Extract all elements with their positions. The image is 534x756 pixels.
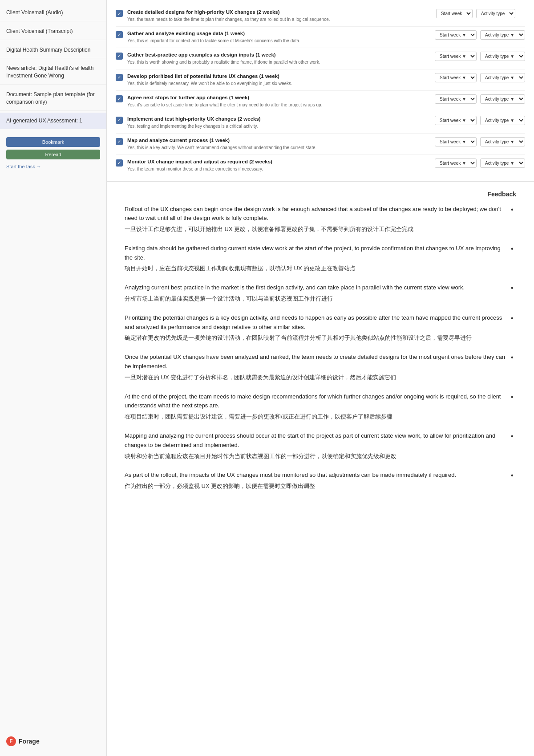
task-start-week-0[interactable]: Start week xyxy=(436,9,473,18)
task-checkbox-0[interactable] xyxy=(116,10,123,17)
feedback-block-2: Analyzing current best practice in the m… xyxy=(125,283,516,305)
feedback-zh-2: 分析市场上当前的最佳实践是第一个设计活动，可以与当前状态视图工作并行进行 xyxy=(125,294,506,304)
start-task-link[interactable]: Start the task → xyxy=(6,164,100,169)
task-controls-3: Start week ▼ Activity type ▼ xyxy=(435,73,525,82)
task-controls-1: Start week ▼ Activity type ▼ xyxy=(435,30,525,40)
task-activity-type-1[interactable]: Activity type ▼ xyxy=(480,30,525,40)
bullet-0: • xyxy=(511,206,516,214)
task-content-5: Implement and test high-priority UX chan… xyxy=(127,116,430,130)
sidebar-item-digital-health-summary[interactable]: Digital Health Summary Description xyxy=(0,42,106,59)
task-checkbox-1[interactable] xyxy=(116,31,123,38)
task-activity-type-3[interactable]: Activity type ▼ xyxy=(480,73,525,82)
feedback-text-3: Prioritizing the potential changes is a … xyxy=(125,313,506,345)
feedback-block-3: Prioritizing the potential changes is a … xyxy=(125,313,516,345)
sidebar: Client Voicemail (Audio) Client Voicemai… xyxy=(0,0,107,756)
task-desc-7: Yes, the team must monitor these and mak… xyxy=(127,166,430,172)
feedback-text-2: Analyzing current best practice in the m… xyxy=(125,283,506,305)
task-checkbox-4[interactable] xyxy=(116,95,123,102)
sidebar-item-client-voicemail-audio[interactable]: Client Voicemail (Audio) xyxy=(0,4,106,21)
task-title-6: Map and analyze current process (1 week) xyxy=(127,137,430,144)
feedback-zh-0: 一旦设计工作足够先进，可以开始推出 UX 更改，以便准备部署更改的子集，不需要等… xyxy=(125,225,506,234)
task-desc-6: Yes, this is a key activity. We can't re… xyxy=(127,145,430,151)
sidebar-item-client-voicemail-transcript[interactable]: Client Voicemail (Transcript) xyxy=(0,23,106,40)
feedback-text-0: Rollout of the UX changes can begin once… xyxy=(125,205,506,236)
feedback-en-3: Prioritizing the potential changes is a … xyxy=(125,313,506,332)
bullet-4: • xyxy=(511,354,516,362)
task-start-week-4[interactable]: Start week ▼ xyxy=(435,94,477,104)
feedback-text-5: At the end of the project, the team need… xyxy=(125,392,506,423)
task-desc-4: Yes, it's sensible to set aside time to … xyxy=(127,102,430,108)
table-row: Implement and test high-priority UX chan… xyxy=(116,112,525,134)
task-checkbox-6[interactable] xyxy=(116,138,123,145)
task-checkbox-2[interactable] xyxy=(116,53,123,60)
feedback-header: Feedback xyxy=(125,191,516,198)
task-activity-type-5[interactable]: Activity type ▼ xyxy=(480,116,525,125)
tasks-section: Create detailed designs for high-priorit… xyxy=(107,0,534,182)
feedback-block-7: As part of the rollout, the impacts of t… xyxy=(125,471,516,493)
table-row: Map and analyze current process (1 week)… xyxy=(116,134,525,155)
sidebar-tools: Bookmark Reread Start the task → xyxy=(0,133,106,174)
sidebar-item-document-sample[interactable]: Document: Sample plan template (for comp… xyxy=(0,86,106,111)
task-checkbox-7[interactable] xyxy=(116,159,123,167)
sidebar-item-ai-generated[interactable]: AI-generated UX Assessment: 1 xyxy=(0,113,106,130)
task-desc-2: Yes, this is worth showing and is probab… xyxy=(127,59,430,65)
task-controls-5: Start week ▼ Activity type ▼ xyxy=(435,116,525,125)
feedback-block-4: Once the potential UX changes have been … xyxy=(125,353,516,384)
feedback-zh-5: 在项目结束时，团队需要提出设计建议，需要进一步的更改和/或正在进行的工作，以便客… xyxy=(125,412,506,422)
feedback-text-4: Once the potential UX changes have been … xyxy=(125,353,506,384)
task-start-week-7[interactable]: Start week ▼ xyxy=(435,159,477,168)
task-content-0: Create detailed designs for high-priorit… xyxy=(127,9,432,23)
forage-label: Forage xyxy=(19,738,40,745)
task-title-3: Develop prioritized list of potential fu… xyxy=(127,73,430,80)
table-row: Gather best-practice app examples as des… xyxy=(116,48,525,69)
task-start-week-5[interactable]: Start week ▼ xyxy=(435,116,477,125)
forage-icon: F xyxy=(6,736,16,746)
task-activity-type-7[interactable]: Activity type ▼ xyxy=(480,159,525,168)
feedback-en-2: Analyzing current best practice in the m… xyxy=(125,283,506,293)
task-activity-type-2[interactable]: Activity type ▼ xyxy=(480,52,525,61)
feedback-en-6: Mapping and analyzing the current proces… xyxy=(125,431,506,450)
task-title-7: Monitor UX change impact and adjust as r… xyxy=(127,159,430,165)
feedback-block-5: At the end of the project, the team need… xyxy=(125,392,516,423)
task-activity-type-0[interactable]: Activity type xyxy=(476,9,515,18)
task-title-2: Gather best-practice app examples as des… xyxy=(127,52,430,58)
task-start-week-1[interactable]: Start week ▼ xyxy=(435,30,477,40)
feedback-zh-1: 项目开始时，应在当前状态视图工作期间收集现有数据，以确认对 UX 的更改正在改善… xyxy=(125,264,506,273)
task-desc-3: Yes, this is definitely necessary. We wo… xyxy=(127,81,430,87)
task-desc-1: Yes, this is important for context and t… xyxy=(127,38,430,44)
bullet-7: • xyxy=(511,471,516,480)
feedback-en-4: Once the potential UX changes have been … xyxy=(125,353,506,371)
task-content-6: Map and analyze current process (1 week)… xyxy=(127,137,430,151)
task-controls-7: Start week ▼ Activity type ▼ xyxy=(435,159,525,168)
task-controls-2: Start week ▼ Activity type ▼ xyxy=(435,52,525,61)
bullet-5: • xyxy=(511,393,516,401)
task-start-week-6[interactable]: Start week ▼ xyxy=(435,137,477,146)
task-start-week-2[interactable]: Start week ▼ xyxy=(435,52,477,61)
task-start-week-3[interactable]: Start week ▼ xyxy=(435,73,477,82)
task-content-1: Gather and analyze existing usage data (… xyxy=(127,30,430,44)
task-checkbox-3[interactable] xyxy=(116,74,123,81)
task-title-5: Implement and test high-priority UX chan… xyxy=(127,116,430,122)
task-desc-5: Yes, testing and implementing the key ch… xyxy=(127,123,430,130)
forage-logo: F Forage xyxy=(0,731,106,752)
task-content-2: Gather best-practice app examples as des… xyxy=(127,52,430,65)
task-activity-type-4[interactable]: Activity type ▼ xyxy=(480,94,525,104)
feedback-zh-3: 确定潜在更改的优先级是一项关键的设计活动，在团队映射了当前流程并分析了其相对于其… xyxy=(125,333,506,343)
task-content-7: Monitor UX change impact and adjust as r… xyxy=(127,159,430,172)
table-row: Agree next stops for further app changes… xyxy=(116,91,525,112)
feedback-zh-7: 作为推出的一部分，必须监视 UX 更改的影响，以便在需要时立即做出调整 xyxy=(125,482,506,491)
feedback-en-1: Existing data should be gathered during … xyxy=(125,244,506,263)
feedback-en-5: At the end of the project, the team need… xyxy=(125,392,506,411)
table-row: Develop prioritized list of potential fu… xyxy=(116,69,525,91)
task-activity-type-6[interactable]: Activity type ▼ xyxy=(480,137,525,146)
feedback-zh-6: 映射和分析当前流程应该在项目开始时作为当前状态视图工作的一部分进行，以便确定和实… xyxy=(125,452,506,461)
page-container: Client Voicemail (Audio) Client Voicemai… xyxy=(0,0,534,756)
feedback-section: Feedback Rollout of the UX changes can b… xyxy=(107,182,534,510)
task-checkbox-5[interactable] xyxy=(116,117,123,124)
feedback-block-0: Rollout of the UX changes can begin once… xyxy=(125,205,516,236)
sidebar-item-news-article[interactable]: News article: Digital Health's eHealth I… xyxy=(0,60,106,85)
task-title-4: Agree next stops for further app changes… xyxy=(127,94,430,101)
reread-button[interactable]: Reread xyxy=(6,150,100,159)
bookmark-button[interactable]: Bookmark xyxy=(6,137,100,147)
table-row: Gather and analyze existing usage data (… xyxy=(116,27,525,48)
